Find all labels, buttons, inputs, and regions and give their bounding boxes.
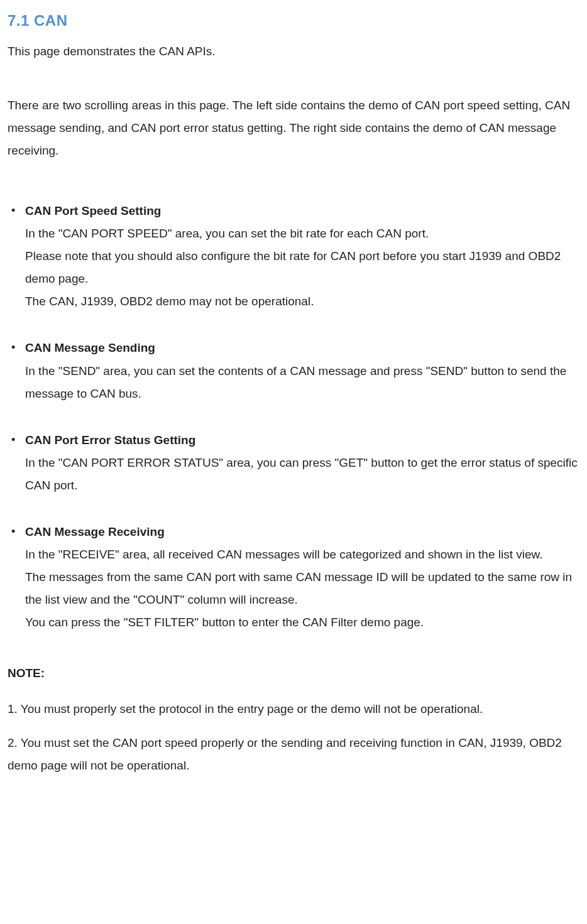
- note-item: 2. You must set the CAN port speed prope…: [8, 732, 579, 777]
- intro-text: This page demonstrates the CAN APIs.: [8, 40, 579, 63]
- list-item-body: In the "CAN PORT SPEED" area, you can se…: [25, 227, 561, 308]
- list-item: CAN Port Speed Setting In the "CAN PORT …: [25, 200, 579, 313]
- list-item: CAN Message Sending In the "SEND" area, …: [25, 337, 579, 405]
- list-item-title: CAN Port Speed Setting: [25, 200, 579, 222]
- feature-list: CAN Port Speed Setting In the "CAN PORT …: [8, 200, 579, 634]
- list-item: CAN Port Error Status Getting In the "CA…: [25, 429, 579, 497]
- overview-description: There are two scrolling areas in this pa…: [8, 94, 579, 162]
- list-item-title: CAN Message Receiving: [25, 521, 579, 543]
- list-item-title: CAN Message Sending: [25, 337, 579, 359]
- list-item-body: In the "RECEIVE" area, all received CAN …: [25, 548, 572, 629]
- list-item-title: CAN Port Error Status Getting: [25, 429, 579, 452]
- list-item-body: In the "SEND" area, you can set the cont…: [25, 364, 566, 400]
- list-item: CAN Message Receiving In the "RECEIVE" a…: [25, 521, 579, 634]
- list-item-body: In the "CAN PORT ERROR STATUS" area, you…: [25, 456, 578, 492]
- note-item: 1. You must properly set the protocol in…: [8, 698, 579, 720]
- section-heading: 7.1 CAN: [8, 6, 579, 35]
- note-label: NOTE:: [8, 662, 579, 685]
